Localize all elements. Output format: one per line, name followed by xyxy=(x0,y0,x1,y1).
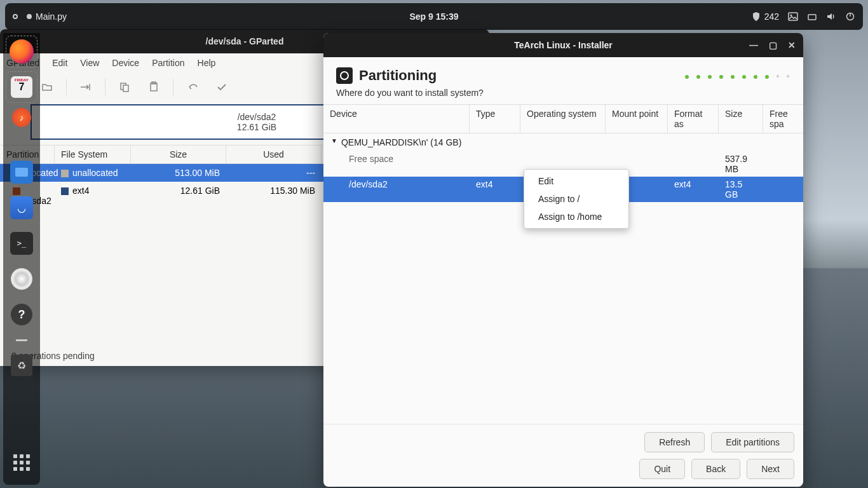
dock-help[interactable]: ? xyxy=(7,300,36,329)
installer-titlebar[interactable]: TeArch Linux - Installer — ▢ ✕ xyxy=(323,33,803,57)
col-size[interactable]: Size xyxy=(131,146,226,163)
installer-title: TeArch Linux - Installer xyxy=(514,40,613,50)
page-subtitle: Where do you want to install system? xyxy=(323,88,803,104)
dock: FRIDAY 7 ♪ ◡ >_ ? ♻ xyxy=(3,33,40,485)
dock-calendar[interactable]: FRIDAY 7 xyxy=(7,72,36,102)
menu-item-assign-home[interactable]: Assign to /home xyxy=(524,208,628,226)
context-menu: Edit Assign to / Assign to /home xyxy=(524,169,629,229)
terminal-icon: >_ xyxy=(10,232,33,255)
menu-item-edit[interactable]: Edit xyxy=(524,172,628,190)
dock-software[interactable]: ◡ xyxy=(7,193,36,222)
clock[interactable]: Sep 9 15:39 xyxy=(409,11,458,22)
quit-button[interactable]: Quit xyxy=(639,459,685,479)
installer-window: TeArch Linux - Installer — ▢ ✕ Partition… xyxy=(323,33,803,487)
menu-view[interactable]: View xyxy=(80,58,99,68)
shield-badge[interactable]: 242 xyxy=(751,11,779,22)
app-dot-icon xyxy=(27,14,32,19)
installer-columns: Device Type Operating system Mount point… xyxy=(323,104,803,133)
shield-icon xyxy=(751,11,761,22)
page-title: Partitioning xyxy=(359,67,437,84)
trash-icon: ♻ xyxy=(11,355,32,376)
activities-icon[interactable] xyxy=(13,14,18,19)
menu-item-assign-root[interactable]: Assign to / xyxy=(524,190,628,208)
undo-button[interactable] xyxy=(180,76,205,98)
col-type[interactable]: Type xyxy=(470,105,520,133)
menu-partition[interactable]: Partition xyxy=(152,58,184,68)
menu-help[interactable]: Help xyxy=(198,58,216,68)
col-used[interactable]: Used xyxy=(226,146,322,163)
dock-terminal[interactable]: >_ xyxy=(7,229,36,258)
dock-disc[interactable] xyxy=(7,264,36,294)
apply-button[interactable] xyxy=(209,76,234,98)
disk-row[interactable]: ▼ QEMU_HARDDISK\n' (14 GB) xyxy=(323,133,803,151)
edit-partitions-button[interactable]: Edit partitions xyxy=(711,432,794,452)
music-icon: ♪ xyxy=(12,108,31,127)
gnome-topbar: Main.py Sep 9 15:39 242 xyxy=(5,3,863,30)
menu-device[interactable]: Device xyxy=(112,58,139,68)
disc-icon xyxy=(11,268,32,290)
running-app-indicator[interactable]: Main.py xyxy=(27,11,67,22)
menu-edit[interactable]: Edit xyxy=(52,58,67,68)
dock-apps[interactable] xyxy=(7,448,36,477)
svg-rect-2 xyxy=(808,15,816,20)
minimize-button[interactable]: — xyxy=(747,39,760,51)
maximize-button[interactable]: ▢ xyxy=(766,39,779,51)
col-filesystem[interactable]: File System xyxy=(55,146,131,163)
disk-graph-name: /dev/sda2 xyxy=(238,112,276,122)
shield-count: 242 xyxy=(764,11,779,22)
col-os[interactable]: Operating system xyxy=(520,105,606,133)
power-icon[interactable] xyxy=(845,11,855,22)
running-app-label: Main.py xyxy=(36,11,67,22)
svg-rect-8 xyxy=(123,85,128,92)
col-mount[interactable]: Mount point xyxy=(606,105,668,133)
dock-files[interactable] xyxy=(7,158,36,187)
dock-firefox[interactable] xyxy=(7,37,36,66)
col-device[interactable]: Device xyxy=(323,105,470,133)
disk-icon xyxy=(336,67,353,84)
close-button[interactable]: ✕ xyxy=(785,39,798,51)
dock-music[interactable]: ♪ xyxy=(7,103,36,132)
col-format[interactable]: Format as xyxy=(668,105,719,133)
files-icon xyxy=(10,161,33,184)
step-dots xyxy=(685,75,789,79)
refresh-button[interactable]: Refresh xyxy=(644,432,705,452)
picture-icon[interactable] xyxy=(788,11,798,22)
paste-button[interactable] xyxy=(141,76,166,98)
disk-label: QEMU_HARDDISK\n' (14 GB) xyxy=(341,137,461,147)
col-free[interactable]: Free spa xyxy=(763,105,803,133)
disk-graph-size: 12.61 GiB xyxy=(237,122,276,132)
volume-icon[interactable] xyxy=(826,11,836,22)
apps-grid-icon xyxy=(13,454,30,471)
next-button[interactable]: Next xyxy=(747,459,794,479)
dock-trash[interactable]: ♻ xyxy=(7,351,36,380)
svg-rect-0 xyxy=(789,13,797,20)
installer-buttons: Refresh Edit partitions Quit Back Next xyxy=(323,424,803,487)
bag-icon: ◡ xyxy=(10,196,33,219)
help-icon: ? xyxy=(11,304,32,325)
col-size2[interactable]: Size xyxy=(719,105,763,133)
triangle-down-icon: ▼ xyxy=(331,137,337,147)
svg-rect-9 xyxy=(151,83,157,91)
dock-separator xyxy=(7,336,36,344)
installer-header: Partitioning xyxy=(323,57,803,88)
network-icon[interactable] xyxy=(807,11,817,22)
firefox-icon xyxy=(10,39,34,64)
calendar-icon: FRIDAY 7 xyxy=(11,76,32,98)
copy-button[interactable] xyxy=(112,76,137,98)
back-button[interactable]: Back xyxy=(691,459,740,479)
resize-button[interactable] xyxy=(73,76,98,98)
